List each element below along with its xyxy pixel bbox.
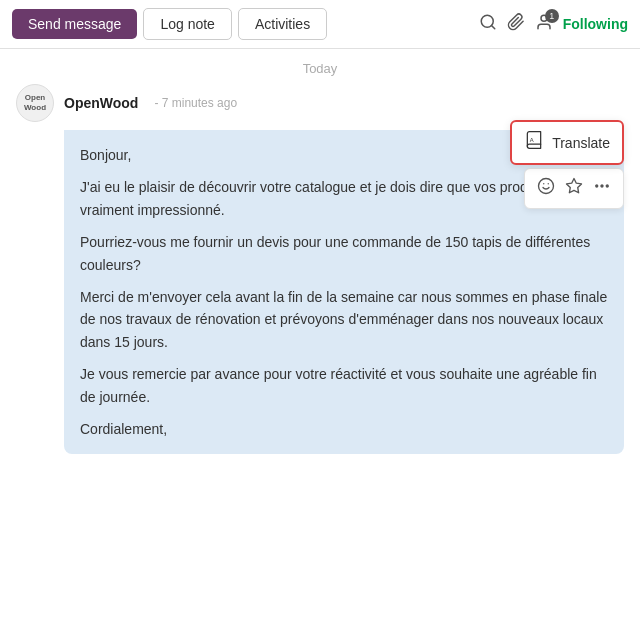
more-options-button[interactable] <box>591 175 613 202</box>
message-paragraph-3: Merci de m'envoyer cela avant la fin de … <box>80 286 608 353</box>
search-icon[interactable] <box>479 13 497 36</box>
message-container: Bonjour, J'ai eu le plaisir de découvrir… <box>16 130 624 454</box>
svg-point-4 <box>539 179 554 194</box>
message-header: OpenWood OpenWood - 7 minutes ago <box>16 84 624 122</box>
svg-marker-7 <box>567 179 582 193</box>
message-time: - 7 minutes ago <box>154 96 237 110</box>
log-note-button[interactable]: Log note <box>143 8 232 40</box>
svg-text:A: A <box>530 137 534 143</box>
sender-name: OpenWood <box>64 95 138 111</box>
message-paragraph-4: Je vous remercie par avance pour votre r… <box>80 363 608 408</box>
emoji-reaction-button[interactable] <box>535 175 557 202</box>
svg-line-1 <box>491 25 494 28</box>
toolbar: Send message Log note Activities 1 Follo… <box>0 0 640 49</box>
action-icons-row <box>524 168 624 209</box>
translate-popup[interactable]: A Translate <box>510 120 624 165</box>
today-divider: Today <box>0 49 640 84</box>
star-button[interactable] <box>563 175 585 202</box>
svg-point-10 <box>606 185 608 187</box>
svg-point-8 <box>596 185 598 187</box>
translate-label: Translate <box>552 135 610 151</box>
user-icon[interactable]: 1 <box>535 13 553 36</box>
message-paragraph-5: Cordialement, <box>80 418 608 440</box>
message-paragraph-2: Pourriez-vous me fournir un devis pour u… <box>80 231 608 276</box>
paperclip-icon[interactable] <box>507 13 525 36</box>
today-label: Today <box>303 61 338 76</box>
following-button[interactable]: Following <box>563 16 628 32</box>
translate-book-icon: A <box>524 130 544 155</box>
svg-point-9 <box>601 185 603 187</box>
send-message-button[interactable]: Send message <box>12 9 137 39</box>
avatar: OpenWood <box>16 84 54 122</box>
user-badge: 1 <box>545 9 559 23</box>
toolbar-icons: 1 Following <box>479 13 628 36</box>
activities-button[interactable]: Activities <box>238 8 327 40</box>
message-area: OpenWood OpenWood - 7 minutes ago Bonjou… <box>0 84 640 454</box>
